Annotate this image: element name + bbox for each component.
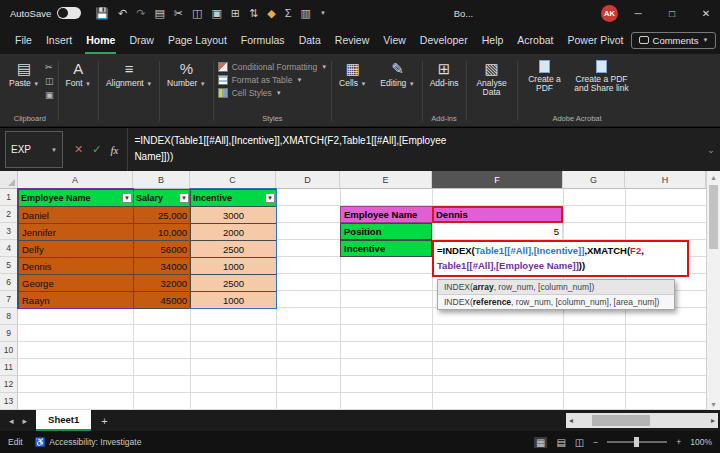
col-header-H[interactable]: H — [625, 171, 706, 189]
col-header-G[interactable]: G — [563, 171, 625, 189]
minimize-button[interactable]: ─ — [624, 0, 652, 26]
enter-button[interactable]: ✓ — [92, 143, 101, 156]
font-button[interactable]: A Font ▼ — [63, 56, 94, 89]
tab-power-pivot[interactable]: Power Pivot — [561, 26, 631, 54]
cell-A2[interactable]: Daniel — [19, 207, 134, 224]
redo-icon[interactable]: ↷ — [136, 7, 145, 20]
sheet-tab-sheet1[interactable]: Sheet1 — [36, 410, 91, 431]
fill-color-icon[interactable]: ◆ — [267, 7, 275, 20]
undo-icon[interactable]: ↶ — [118, 7, 127, 20]
filter-button[interactable]: ▼ — [122, 193, 132, 203]
cell-A3[interactable]: Jennifer — [19, 224, 134, 241]
cell-B5[interactable]: 34000 — [134, 258, 191, 275]
sheet-nav-right-icon[interactable]: ▸ — [23, 416, 28, 426]
filter-button[interactable]: ▼ — [265, 193, 275, 203]
col-header-D[interactable]: D — [276, 171, 340, 189]
select-all-button[interactable] — [0, 171, 18, 189]
cell-E2[interactable]: Employee Name — [340, 206, 432, 223]
number-button[interactable]: % Number ▼ — [164, 56, 209, 89]
cell-A1[interactable]: Employee Name ▼ — [19, 190, 134, 207]
horizontal-scrollbar[interactable]: ◂ ▸ — [566, 413, 718, 428]
page-break-view-button[interactable]: ◫ — [575, 437, 584, 448]
editing-button[interactable]: ✎ Editing ▼ — [377, 56, 417, 89]
save-icon[interactable]: 💾 — [95, 7, 109, 20]
conditional-formatting-button[interactable]: Conditional Formatting ▼ — [218, 62, 327, 72]
row-header-2[interactable]: 2 — [0, 206, 18, 223]
cell-A6[interactable]: George — [19, 275, 134, 292]
copy-icon[interactable]: ◫ — [45, 76, 54, 86]
row-header-10[interactable]: 10 — [0, 342, 18, 359]
cell-E4[interactable]: Incentive — [340, 240, 432, 257]
cell-F3[interactable]: 5 — [432, 223, 563, 240]
accessibility-status[interactable]: ♿ Accessibility: Investigate — [35, 437, 142, 447]
cell-C6[interactable]: 2500 — [191, 275, 277, 292]
close-button[interactable]: ✕ — [692, 0, 720, 26]
alignment-button[interactable]: ≡ Alignment ▼ — [103, 56, 155, 89]
filter-button[interactable]: ▼ — [179, 193, 189, 203]
account-avatar[interactable]: AK — [601, 5, 618, 22]
tab-formulas[interactable]: Formulas — [234, 26, 292, 54]
vertical-scrollbar-thumb[interactable] — [709, 185, 718, 249]
formula-bar-expand-icon[interactable]: ⌄ — [702, 128, 720, 171]
row-header-13[interactable]: 13 — [0, 393, 18, 410]
cell-styles-button[interactable]: Cell Styles ▼ — [218, 88, 327, 98]
maximize-button[interactable]: □ — [658, 0, 686, 26]
tab-data[interactable]: Data — [292, 26, 328, 54]
tab-home[interactable]: Home — [79, 26, 122, 54]
row-header-9[interactable]: 9 — [0, 325, 18, 342]
row-header-6[interactable]: 6 — [0, 274, 18, 291]
cell-B4[interactable]: 56000 — [134, 241, 191, 258]
active-cell-formula-editor[interactable]: =INDEX(Table1[[#All],[Incentive]],XMATCH… — [432, 240, 689, 277]
sheet-nav-left-icon[interactable]: ◂ — [9, 416, 14, 426]
table-icon[interactable]: ⊞ — [231, 7, 240, 20]
col-header-A[interactable]: A — [18, 171, 133, 189]
comments-button[interactable]: Comments ▼ — [631, 32, 717, 49]
zoom-slider[interactable] — [607, 441, 667, 443]
insert-function-button[interactable]: fx — [110, 144, 118, 156]
name-box-dropdown-icon[interactable]: ▼ — [51, 147, 57, 153]
tab-help[interactable]: Help — [475, 26, 511, 54]
row-header-4[interactable]: 4 — [0, 240, 18, 257]
normal-view-button[interactable]: ▦ — [534, 437, 547, 448]
cell-F2[interactable]: Dennis — [432, 206, 563, 223]
new-sheet-button[interactable]: + — [101, 415, 107, 427]
zoom-level[interactable]: 100% — [690, 437, 712, 447]
cell-C4[interactable]: 2500 — [191, 241, 277, 258]
cell-E3[interactable]: Position — [340, 223, 432, 240]
cell-C2[interactable]: 3000 — [191, 207, 277, 224]
scroll-down-icon[interactable]: ▼ — [707, 398, 720, 410]
tab-page-layout[interactable]: Page Layout — [161, 26, 234, 54]
col-header-C[interactable]: C — [190, 171, 276, 189]
cell-C1[interactable]: Incentive ▼ — [191, 190, 277, 207]
create-pdf-share-button[interactable]: Create a PDF and Share link — [571, 56, 633, 93]
paste-button[interactable]: ▤ Paste ▼ — [6, 56, 42, 89]
cancel-button[interactable]: ✕ — [74, 143, 83, 156]
page-layout-view-button[interactable]: ▤ — [556, 437, 565, 448]
chart-icon[interactable]: ▥ — [301, 7, 311, 20]
cell-B2[interactable]: 25,000 — [134, 207, 191, 224]
scroll-right-icon[interactable]: ▸ — [711, 416, 715, 425]
row-header-7[interactable]: 7 — [0, 291, 18, 308]
cell-B1[interactable]: Salary ▼ — [134, 190, 191, 207]
tab-insert[interactable]: Insert — [39, 26, 79, 54]
create-pdf-button[interactable]: Create a PDF — [522, 56, 568, 93]
cell-B6[interactable]: 32000 — [134, 275, 191, 292]
customize-qat-icon[interactable]: ▼ — [320, 10, 326, 16]
cell-C7[interactable]: 1000 — [191, 292, 277, 309]
col-header-F[interactable]: F — [432, 171, 563, 189]
horizontal-scrollbar-thumb[interactable] — [592, 415, 650, 426]
cut-icon[interactable]: ✂ — [174, 7, 183, 20]
row-header-5[interactable]: 5 — [0, 257, 18, 274]
col-header-B[interactable]: B — [133, 171, 190, 189]
cut-icon[interactable]: ✂ — [45, 62, 54, 72]
cell-C5[interactable]: 1000 — [191, 258, 277, 275]
zoom-slider-thumb[interactable] — [634, 437, 639, 447]
format-as-table-button[interactable]: Format as Table ▼ — [218, 75, 327, 85]
sort-icon[interactable]: ⇅ — [249, 7, 258, 20]
row-header-3[interactable]: 3 — [0, 223, 18, 240]
cell-A4[interactable]: Delfy — [19, 241, 134, 258]
tab-draw[interactable]: Draw — [122, 26, 161, 54]
cell-B7[interactable]: 45000 — [134, 292, 191, 309]
tab-file[interactable]: File — [8, 26, 39, 54]
tab-review[interactable]: Review — [328, 26, 376, 54]
